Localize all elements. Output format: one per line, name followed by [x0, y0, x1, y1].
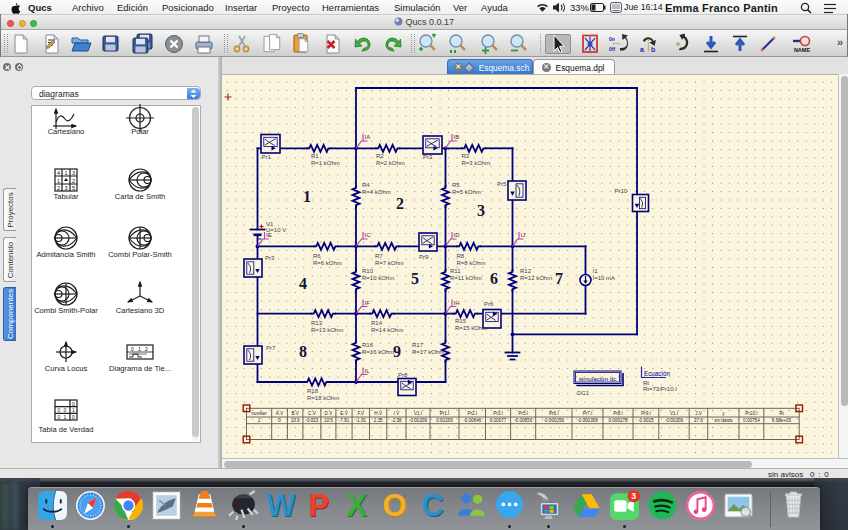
svg-text:W: W: [266, 489, 296, 522]
svg-text:Pr7.I: Pr7.I: [583, 411, 593, 416]
svg-text:-1.91: -1.91: [356, 418, 367, 423]
svg-text:V1.I: V1.I: [670, 411, 678, 416]
svg-text:J.V: J.V: [695, 411, 703, 416]
svg-text:5: 5: [72, 185, 75, 191]
svg-text:R=15 kOhm: R=15 kOhm: [455, 325, 487, 331]
svg-text:Pr7: Pr7: [266, 345, 276, 351]
svg-text:a: a: [640, 46, 644, 53]
svg-text:Pr2: Pr2: [423, 154, 433, 160]
svg-text:-2.38: -2.38: [391, 418, 402, 423]
svg-text:9.68e+03: 9.68e+03: [772, 418, 792, 423]
svg-text:I1: I1: [593, 268, 599, 274]
svg-text:2: 2: [57, 185, 60, 191]
svg-text:y: y: [722, 411, 725, 416]
svg-text:1: 1: [64, 170, 67, 176]
svg-text:Pr10: Pr10: [615, 188, 628, 194]
svg-text:R=12 kOhm: R=12 kOhm: [520, 275, 552, 281]
svg-text:R18: R18: [307, 388, 319, 394]
svg-text:R=17 kOhm: R=17 kOhm: [412, 349, 444, 355]
svg-text:I=10 mA: I=10 mA: [593, 275, 616, 281]
svg-text:0: 0: [72, 401, 75, 407]
svg-text:C: C: [421, 489, 443, 522]
svg-text:4: 4: [57, 170, 60, 176]
svg-text:R=8 kOhm: R=8 kOhm: [457, 260, 486, 266]
svg-text:4: 4: [299, 275, 307, 292]
svg-text:H.V: H.V: [374, 411, 383, 416]
svg-text:R10: R10: [362, 268, 374, 274]
svg-text:R8: R8: [457, 253, 465, 259]
svg-text:F.V: F.V: [357, 411, 365, 416]
svg-text:R=7 kOhm: R=7 kOhm: [375, 260, 404, 266]
svg-text:0ff: 0ff: [609, 46, 615, 52]
svg-text:1: 1: [258, 418, 261, 423]
svg-text:R17: R17: [412, 342, 424, 348]
svg-text:Pr1: Pr1: [262, 154, 272, 160]
svg-text:0.000278: 0.000278: [608, 418, 628, 423]
svg-text:Pr5: Pr5: [497, 181, 507, 187]
svg-text:R=10 kOhm: R=10 kOhm: [362, 275, 394, 281]
svg-text:R15: R15: [455, 318, 467, 324]
svg-text:number: number: [251, 411, 267, 416]
svg-text:R=11 kOhm: R=11 kOhm: [450, 275, 482, 281]
svg-text:-0.00656: -0.00656: [514, 418, 533, 423]
svg-text:Pr3.I: Pr3.I: [493, 411, 503, 416]
svg-text:0.00077: 0.00077: [490, 418, 507, 423]
svg-text:R13: R13: [311, 320, 323, 326]
svg-text:Pr2.I: Pr2.I: [467, 411, 477, 416]
svg-text:-0.023: -0.023: [305, 418, 318, 423]
svg-text:1: 1: [64, 414, 67, 420]
svg-text:IC: IC: [365, 232, 372, 238]
svg-text:-0.00646: -0.00646: [463, 418, 482, 423]
svg-text:simulación dc: simulación dc: [579, 375, 617, 382]
svg-text:-7.91: -7.91: [339, 418, 350, 423]
svg-text:10.9: 10.9: [291, 418, 300, 423]
svg-text:C.V: C.V: [308, 411, 317, 416]
svg-text:R12: R12: [520, 268, 532, 274]
svg-text:ID: ID: [454, 232, 461, 238]
svg-text:E.V: E.V: [340, 411, 348, 416]
svg-text:2: 2: [72, 178, 75, 184]
svg-text:Rt=73/Pr10.I: Rt=73/Pr10.I: [643, 386, 677, 392]
svg-text:0: 0: [64, 407, 67, 413]
svg-text:2.35: 2.35: [374, 418, 383, 423]
svg-text:R=18 kOhm: R=18 kOhm: [307, 395, 339, 401]
svg-text:Pr8: Pr8: [398, 372, 408, 378]
svg-text:2: 2: [396, 195, 404, 212]
svg-text:R11: R11: [450, 268, 461, 274]
svg-text:X: X: [346, 489, 367, 522]
svg-text:R14: R14: [371, 320, 383, 326]
svg-text:R4: R4: [362, 182, 370, 188]
svg-text:R=6 kOhm: R=6 kOhm: [313, 260, 342, 266]
svg-text:Pr3: Pr3: [265, 255, 275, 261]
svg-text:0: 0: [72, 414, 75, 420]
svg-text:10.5: 10.5: [324, 418, 333, 423]
svg-text:9: 9: [393, 343, 401, 360]
svg-text:-0.00209: -0.00209: [409, 418, 428, 423]
svg-text:IH: IH: [454, 300, 460, 306]
svg-text:-0.000308: -0.000308: [577, 418, 598, 423]
svg-text:B.V: B.V: [291, 411, 299, 416]
svg-text:-0.000156: -0.000156: [543, 418, 564, 423]
svg-text:R6: R6: [313, 253, 321, 259]
svg-text:3: 3: [477, 202, 485, 219]
svg-text:6: 6: [490, 270, 498, 287]
svg-text:D.V: D.V: [325, 411, 334, 416]
svg-text:Pr6.I: Pr6.I: [549, 411, 559, 416]
svg-text:R=14 kOhm: R=14 kOhm: [371, 327, 403, 333]
svg-text:0.00754: 0.00754: [743, 418, 760, 423]
svg-text:IB: IB: [454, 134, 460, 140]
svg-text:R=4 kOhm: R=4 kOhm: [362, 189, 391, 195]
svg-text:-0.0015: -0.0015: [638, 418, 654, 423]
svg-text:R=16 kOhm: R=16 kOhm: [362, 349, 394, 355]
svg-text:V1: V1: [266, 221, 274, 227]
svg-text:0: 0: [131, 346, 134, 352]
svg-text:27.6: 27.6: [694, 418, 703, 423]
svg-text:NAME: NAME: [794, 47, 811, 53]
svg-text:8: 8: [299, 343, 307, 360]
svg-text:R=1 kOhm: R=1 kOhm: [311, 160, 340, 166]
svg-text:1: 1: [303, 188, 311, 205]
svg-text:1: 1: [72, 407, 75, 413]
svg-text:Pr5.I: Pr5.I: [518, 411, 528, 416]
svg-text:A.V: A.V: [276, 411, 284, 416]
svg-text:Pr6: Pr6: [484, 301, 494, 307]
